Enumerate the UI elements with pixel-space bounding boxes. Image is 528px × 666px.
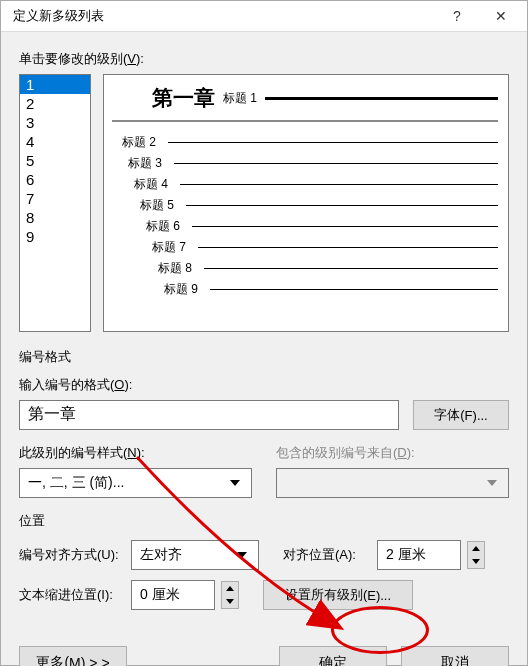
preview-line — [192, 226, 498, 228]
preview-row-label: 标题 7 — [152, 239, 192, 256]
preview-level1-label: 标题 1 — [223, 90, 257, 107]
help-button[interactable]: ? — [435, 1, 479, 31]
preview-line — [265, 97, 498, 100]
text-indent-input[interactable]: 0 厘米 — [131, 580, 215, 610]
number-style-select[interactable]: 一, 二, 三 (简)... — [19, 468, 252, 498]
include-from-select — [276, 468, 509, 498]
position-section: 位置 编号对齐方式(U): 左对齐 对齐位置(A): 2 厘米 — [19, 512, 509, 610]
level-list-label: 单击要修改的级别(V): — [19, 50, 509, 68]
preview-line — [210, 289, 498, 291]
text-indent-spinner[interactable] — [221, 581, 239, 609]
align-position-label: 对齐位置(A): — [283, 546, 371, 564]
align-type-select[interactable]: 左对齐 — [131, 540, 259, 570]
close-button[interactable]: ✕ — [479, 1, 523, 31]
preview-row-label: 标题 5 — [140, 197, 180, 214]
level-item[interactable]: 6 — [20, 170, 90, 189]
level-item[interactable]: 4 — [20, 132, 90, 151]
level-item[interactable]: 1 — [20, 75, 90, 94]
preview-line — [180, 184, 498, 186]
set-all-levels-button[interactable]: 设置所有级别(E)... — [263, 580, 413, 610]
preview-line — [186, 205, 498, 207]
number-format-section-title: 编号格式 — [19, 348, 509, 366]
preview-level1-number: 第一章 — [152, 84, 215, 112]
preview-row-label: 标题 4 — [134, 176, 174, 193]
align-type-label: 编号对齐方式(U): — [19, 546, 125, 564]
include-from-label: 包含的级别编号来自(D): — [276, 444, 509, 462]
chevron-down-icon — [230, 542, 254, 568]
more-button[interactable]: 更多(M) > > — [19, 646, 127, 666]
preview-row-label: 标题 8 — [158, 260, 198, 277]
level-listbox[interactable]: 123456789 — [19, 74, 91, 332]
preview-panel: 第一章标题 1标题 2标题 3标题 4标题 5标题 6标题 7标题 8标题 9 — [103, 74, 509, 332]
chevron-down-icon — [480, 470, 504, 496]
spinner-down-icon — [222, 595, 238, 608]
position-section-title: 位置 — [19, 512, 509, 530]
number-format-label: 输入编号的格式(O): — [19, 376, 509, 394]
preview-line — [204, 268, 498, 270]
number-format-section: 编号格式 输入编号的格式(O): 第一章 字体(F)... 此级别的编号样式(N… — [19, 348, 509, 498]
align-position-spinner[interactable] — [467, 541, 485, 569]
preview-row-label: 标题 2 — [122, 134, 162, 151]
spinner-up-icon — [222, 582, 238, 595]
dialog-define-multilevel-list: 定义新多级列表 ? ✕ 单击要修改的级别(V): 123456789 第一章标题… — [0, 0, 528, 666]
level-item[interactable]: 8 — [20, 208, 90, 227]
preview-row-label: 标题 3 — [128, 155, 168, 172]
preview-line — [174, 163, 498, 165]
titlebar: 定义新多级列表 ? ✕ — [1, 1, 527, 32]
preview-line — [168, 142, 498, 144]
level-item[interactable]: 9 — [20, 227, 90, 246]
window-title: 定义新多级列表 — [13, 7, 435, 25]
number-format-input[interactable]: 第一章 — [19, 400, 399, 430]
level-and-preview-row: 123456789 第一章标题 1标题 2标题 3标题 4标题 5标题 6标题 … — [19, 74, 509, 332]
level-item[interactable]: 7 — [20, 189, 90, 208]
level-item[interactable]: 2 — [20, 94, 90, 113]
preview-row-label: 标题 6 — [146, 218, 186, 235]
dialog-content: 单击要修改的级别(V): 123456789 第一章标题 1标题 2标题 3标题… — [1, 32, 527, 634]
spinner-down-icon — [468, 555, 484, 568]
preview-line — [198, 247, 498, 249]
font-button[interactable]: 字体(F)... — [413, 400, 509, 430]
ok-button[interactable]: 确定 — [279, 646, 387, 666]
cancel-button[interactable]: 取消 — [401, 646, 509, 666]
align-position-input[interactable]: 2 厘米 — [377, 540, 461, 570]
chevron-down-icon — [223, 470, 247, 496]
preview-row-label: 标题 9 — [164, 281, 204, 298]
number-style-label: 此级别的编号样式(N): — [19, 444, 252, 462]
text-indent-label: 文本缩进位置(I): — [19, 586, 125, 604]
level-item[interactable]: 3 — [20, 113, 90, 132]
spinner-up-icon — [468, 542, 484, 555]
level-item[interactable]: 5 — [20, 151, 90, 170]
dialog-bottom-bar: 更多(M) > > 确定 取消 — [1, 634, 527, 666]
